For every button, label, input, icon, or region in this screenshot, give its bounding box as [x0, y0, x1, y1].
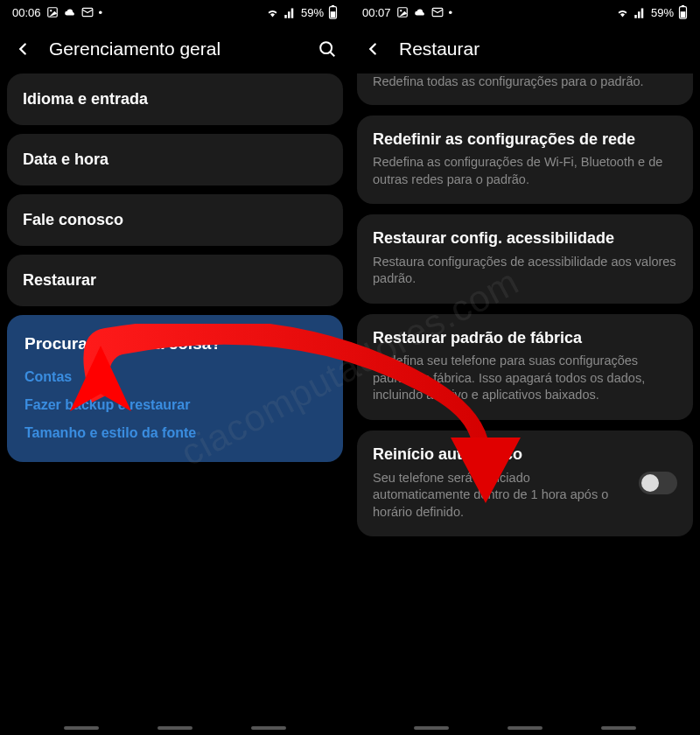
signal-icon: [634, 6, 647, 19]
wifi-icon: [616, 6, 629, 19]
nav-bar: [0, 726, 350, 730]
search-button[interactable]: [317, 38, 338, 60]
card-title: Restaurar config. acessibilidade: [373, 228, 677, 248]
card-desc: Redefina as configurações de Wi-Fi, Blue…: [373, 154, 677, 188]
screen-right: 00:07 • 59% Restaurar Redefina todas as …: [350, 0, 700, 735]
nav-bar: [350, 726, 700, 730]
toggle-knob: [641, 474, 659, 492]
svg-point-6: [320, 42, 332, 53]
card-acessibilidade[interactable]: Restaurar config. acessibilidade Restaur…: [357, 214, 693, 304]
cloud-icon: [414, 6, 426, 18]
battery-percent: 59%: [301, 6, 324, 19]
back-button[interactable]: [362, 38, 383, 60]
suggestion-card: Procurando outra coisa? Contas Fazer bac…: [7, 315, 343, 462]
card-desc: Restaura configurações de acessibilidade…: [373, 254, 677, 288]
back-button[interactable]: [12, 38, 33, 60]
nav-home[interactable]: [158, 726, 192, 730]
cloud-icon: [64, 6, 76, 18]
battery-percent: 59%: [651, 6, 674, 19]
status-bar: 00:07 • 59%: [350, 0, 700, 24]
dot-icon: •: [449, 6, 453, 19]
page-title: Restaurar: [399, 38, 688, 60]
nav-home[interactable]: [508, 726, 542, 730]
card-title: Reinício automático: [373, 444, 628, 465]
suggestion-link-fonte[interactable]: Tamanho e estilo da fonte: [24, 425, 326, 441]
item-label: Idioma e entrada: [23, 90, 327, 108]
battery-icon: [328, 5, 338, 19]
cut-desc: Redefina todas as configurações para o p…: [373, 74, 677, 91]
suggestion-link-backup[interactable]: Fazer backup e restaurar: [24, 397, 326, 413]
screen-left: 00:06 • 59% Gerenciamento geral: [0, 0, 350, 735]
svg-point-8: [400, 10, 402, 11]
suggestion-title: Procurando outra coisa?: [24, 334, 326, 354]
svg-rect-11: [682, 5, 684, 7]
dot-icon: •: [99, 6, 103, 19]
svg-rect-4: [332, 5, 334, 7]
svg-point-1: [50, 10, 52, 11]
item-label: Fale conosco: [23, 211, 327, 229]
page-title: Gerenciamento geral: [49, 38, 301, 60]
nav-back[interactable]: [251, 726, 286, 730]
item-data-hora[interactable]: Data e hora: [7, 134, 343, 186]
mail-icon: [81, 6, 94, 18]
item-label: Restaurar: [23, 271, 327, 290]
content-list: Idioma e entrada Data e hora Fale conosc…: [0, 74, 350, 462]
battery-icon: [678, 5, 688, 19]
gallery-icon: [46, 6, 59, 18]
toggle-reinicio[interactable]: [639, 472, 677, 494]
card-rede[interactable]: Redefinir as configurações de rede Redef…: [357, 116, 693, 205]
item-restaurar[interactable]: Restaurar: [7, 255, 343, 306]
cut-card[interactable]: Redefina todas as configurações para o p…: [357, 74, 693, 105]
app-bar: Restaurar: [350, 24, 700, 74]
status-time: 00:06: [12, 6, 41, 19]
nav-back[interactable]: [601, 726, 636, 730]
card-reinicio: Reinício automático Seu telefone será re…: [357, 430, 693, 536]
mail-icon: [431, 6, 444, 18]
status-bar: 00:06 • 59%: [0, 0, 350, 24]
status-time: 00:07: [362, 6, 391, 19]
item-label: Data e hora: [23, 150, 327, 169]
nav-recent[interactable]: [64, 726, 99, 730]
app-bar: Gerenciamento geral: [0, 24, 350, 74]
card-title: Redefinir as configurações de rede: [373, 130, 677, 150]
card-fabrica[interactable]: Restaurar padrão de fábrica Redefina seu…: [357, 314, 693, 420]
svg-rect-12: [681, 11, 686, 18]
card-title: Restaurar padrão de fábrica: [373, 328, 677, 348]
card-desc: Seu telefone será reiniciado automaticam…: [373, 470, 628, 522]
card-desc: Redefina seu telefone para suas configur…: [373, 353, 677, 404]
gallery-icon: [396, 6, 409, 18]
item-idioma[interactable]: Idioma e entrada: [7, 74, 343, 125]
suggestion-link-contas[interactable]: Contas: [24, 369, 326, 385]
wifi-icon: [266, 6, 279, 19]
content-list: Redefina todas as configurações para o p…: [350, 74, 700, 536]
svg-rect-5: [331, 11, 336, 18]
item-fale-conosco[interactable]: Fale conosco: [7, 194, 343, 246]
nav-recent[interactable]: [414, 726, 449, 730]
signal-icon: [284, 6, 297, 19]
